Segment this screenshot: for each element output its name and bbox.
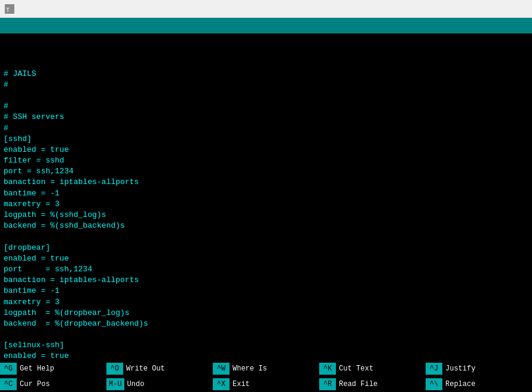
nano-header xyxy=(0,18,532,33)
titlebar: T xyxy=(0,0,532,18)
footer-shortcut-item: ^OWrite Out xyxy=(106,361,213,376)
shortcut-key: ^O xyxy=(106,363,123,375)
shortcut-desc: Justify xyxy=(442,365,475,373)
editor-line: enabled = true xyxy=(4,253,528,264)
shortcut-desc: Replace xyxy=(442,380,475,388)
minimize-button[interactable] xyxy=(440,0,467,18)
editor-line: # SSH servers xyxy=(4,112,528,122)
editor-line xyxy=(4,231,528,242)
editor-line: backend = %(dropbear_backend)s xyxy=(4,318,528,329)
shortcut-desc: Undo xyxy=(124,380,145,388)
editor-line: logpath = %(dropbear_log)s xyxy=(4,308,528,318)
editor-line: # xyxy=(4,101,528,112)
shortcut-key: M-U xyxy=(106,378,124,390)
footer-shortcut-item: ^XExit xyxy=(213,376,319,392)
shortcut-desc: Cut Text xyxy=(336,365,374,373)
footer-shortcut-item: ^GGet Help xyxy=(0,361,106,376)
svg-text:T: T xyxy=(6,7,10,14)
app-icon: T xyxy=(5,4,14,14)
editor-line: port = ssh,1234 xyxy=(4,264,528,275)
editor-line: bantime = -1 xyxy=(4,188,528,199)
shortcut-key: ^\ xyxy=(426,378,442,390)
editor-line: enabled = true xyxy=(4,145,528,155)
editor-line: maxretry = 3 xyxy=(4,199,528,210)
editor-line: [sshd] xyxy=(4,134,528,145)
footer-shortcut-item: ^JJustify xyxy=(426,361,532,376)
titlebar-left: T xyxy=(5,4,19,14)
footer-shortcut-item: ^KCut Text xyxy=(319,361,426,376)
editor-line: logpath = %(sshd_log)s xyxy=(4,210,528,220)
shortcut-key: ^X xyxy=(213,378,230,390)
maximize-button[interactable] xyxy=(470,0,497,18)
shortcut-desc: Read File xyxy=(336,380,378,388)
editor-line: # JAILS xyxy=(4,69,528,79)
editor-line xyxy=(4,329,528,340)
window-controls xyxy=(440,0,527,18)
editor-line: backend = %(sshd_backend)s xyxy=(4,220,528,231)
footer-shortcut-item: ^WWhere Is xyxy=(213,361,319,376)
shortcut-key: ^R xyxy=(319,378,336,390)
shortcut-key: ^C xyxy=(0,378,17,390)
editor-line: # xyxy=(4,123,528,134)
editor-line: [selinux-ssh] xyxy=(4,340,528,351)
editor-line: enabled = true xyxy=(4,351,528,361)
shortcut-desc: Get Help xyxy=(17,365,54,373)
shortcut-desc: Where Is xyxy=(230,365,267,373)
editor-line: filter = sshd xyxy=(4,155,528,166)
editor-line: [dropbear] xyxy=(4,243,528,253)
shortcut-key: ^J xyxy=(426,363,442,375)
editor-line xyxy=(4,90,528,101)
editor-content: # JAILS# ## SSH servers#[sshd]enabled = … xyxy=(4,57,528,361)
nano-footer: ^GGet Help^OWrite Out^WWhere Is^KCut Tex… xyxy=(0,361,532,392)
editor-line xyxy=(4,57,528,68)
editor-line: banaction = iptables-allports xyxy=(4,177,528,188)
editor-line: banaction = iptables-allports xyxy=(4,275,528,286)
shortcut-desc: Cur Pos xyxy=(17,380,50,388)
footer-shortcut-item: M-UUndo xyxy=(106,376,213,392)
shortcut-key: ^K xyxy=(319,363,336,375)
footer-shortcut-item: ^CCur Pos xyxy=(0,376,106,392)
footer-shortcuts: ^GGet Help^OWrite Out^WWhere Is^KCut Tex… xyxy=(0,361,532,392)
close-button[interactable] xyxy=(500,0,527,18)
shortcut-key: ^G xyxy=(0,363,17,375)
editor-line: bantime = -1 xyxy=(4,286,528,296)
editor-line: # xyxy=(4,79,528,90)
footer-shortcut-item: ^RRead File xyxy=(319,376,426,392)
editor-line: maxretry = 3 xyxy=(4,297,528,308)
shortcut-desc: Write Out xyxy=(123,365,165,373)
shortcut-desc: Exit xyxy=(230,380,250,388)
editor-line: port = ssh,1234 xyxy=(4,166,528,177)
shortcut-key: ^W xyxy=(213,363,230,375)
editor-area[interactable]: # JAILS# ## SSH servers#[sshd]enabled = … xyxy=(0,33,532,361)
footer-shortcut-item: ^\Replace xyxy=(426,376,532,392)
